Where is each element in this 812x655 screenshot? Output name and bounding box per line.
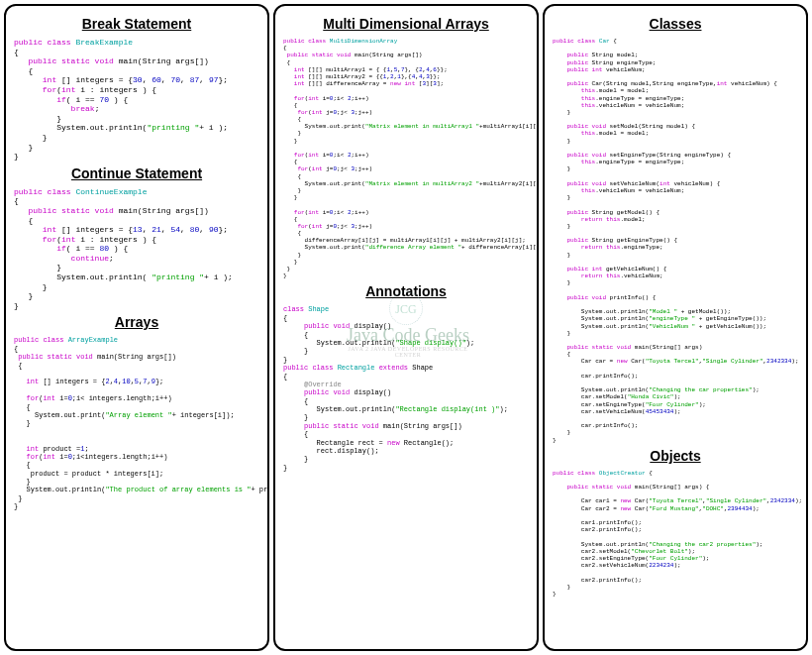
column-1: Break Statement public class BreakExampl… <box>4 4 269 651</box>
heading-classes: Classes <box>553 16 798 32</box>
code-array-example: public class ArrayExample { public stati… <box>14 336 259 510</box>
column-3: Classes public class Car { public String… <box>543 4 808 651</box>
code-object-creator: public class ObjectCreator { public stat… <box>553 470 798 598</box>
heading-annotations: Annotations <box>283 283 529 299</box>
code-annotations: class Shape { public void display() { Sy… <box>283 305 529 472</box>
heading-continue-statement: Continue Statement <box>14 165 259 181</box>
heading-multi-dimensional-arrays: Multi Dimensional Arrays <box>283 16 529 32</box>
heading-objects: Objects <box>553 448 798 464</box>
code-multidimension-array: public class MultiDimensionArray { publi… <box>283 38 529 279</box>
code-continue-example: public class ContinueExample { public st… <box>14 187 259 311</box>
column-2: Multi Dimensional Arrays public class Mu… <box>273 4 539 651</box>
code-car-class: public class Car { public String model; … <box>553 38 798 444</box>
heading-break-statement: Break Statement <box>14 16 259 32</box>
heading-arrays: Arrays <box>14 314 259 330</box>
code-break-example: public class BreakExample { public stati… <box>14 38 259 162</box>
